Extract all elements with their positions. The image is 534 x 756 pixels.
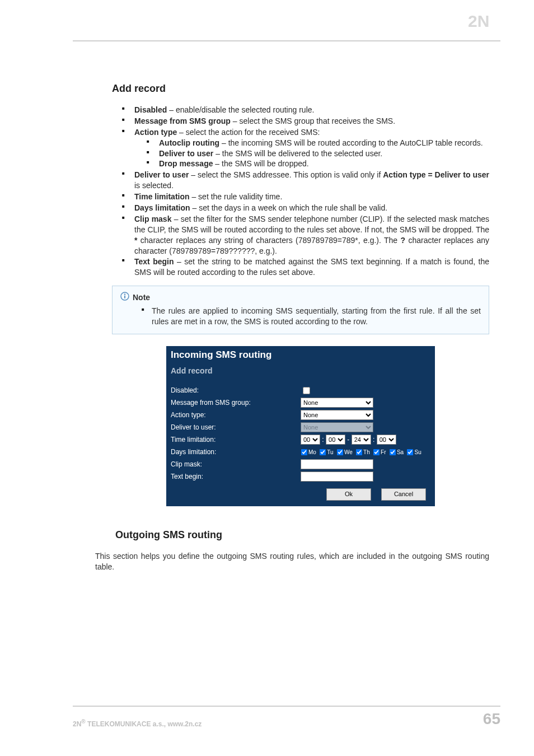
ok-button[interactable]: Ok	[326, 488, 371, 501]
note-title: Note	[133, 293, 150, 302]
clipmask-input[interactable]	[301, 459, 373, 469]
disabled-checkbox[interactable]	[303, 387, 310, 394]
brand-logo: 2N	[468, 10, 500, 34]
colon: :	[320, 436, 326, 444]
bullet-autoclip: Autoclip routing – the incoming SMS will…	[157, 138, 489, 148]
bullet-clip-mask: Clip mask – set the filter for the SMS s…	[132, 214, 489, 256]
time-h2-select[interactable]: 24	[352, 435, 371, 445]
bullet-message-group: Message from SMS group – select the SMS …	[132, 116, 489, 127]
label-dayslim: Days limitation:	[171, 448, 301, 456]
form-title: Incoming SMS routing	[171, 349, 430, 361]
day-fr-checkbox[interactable]	[373, 449, 380, 455]
info-icon	[120, 292, 129, 302]
header-divider	[73, 40, 500, 41]
msggrp-select[interactable]: None	[301, 398, 373, 408]
bullet-deliver-to-user: Deliver to user – select the SMS address…	[132, 170, 489, 191]
bullet-time-limitation: Time limitation – set the rule validity …	[132, 192, 489, 202]
dash: -	[347, 436, 351, 444]
form-screenshot: Incoming SMS routing Add record Disabled…	[166, 346, 435, 507]
footer-left: 2N® TELEKOMUNIKACE a.s., www.2n.cz	[73, 718, 202, 728]
bullet-disabled: Disabled – enable/disable the selected r…	[132, 105, 489, 115]
bullet-list: Disabled – enable/disable the selected r…	[112, 105, 489, 278]
bullet-deliver-sub: Deliver to user – the SMS will be delive…	[157, 148, 489, 159]
section-title-outgoing: Outgoing SMS routing	[115, 529, 489, 541]
svg-text:2N: 2N	[468, 12, 489, 30]
footer-page-number: 65	[483, 710, 500, 728]
time-m2-select[interactable]: 00	[377, 435, 396, 445]
page-footer: 2N® TELEKOMUNIKACE a.s., www.2n.cz 65	[73, 706, 500, 728]
days-row: Mo Tu We Th Fr Sa Su	[301, 448, 430, 456]
note-box: Note The rules are applied to incoming S…	[112, 286, 489, 334]
svg-rect-4	[124, 296, 125, 299]
label-atype: Action type:	[171, 411, 301, 419]
label-msggrp: Message from SMS group:	[171, 399, 301, 407]
bullet-text-begin: Text begin – set the string to be matche…	[132, 256, 489, 278]
colon2: :	[371, 436, 377, 444]
day-we-checkbox[interactable]	[337, 449, 343, 455]
day-mo-checkbox[interactable]	[301, 449, 307, 455]
cancel-button[interactable]: Cancel	[381, 488, 426, 501]
atype-select[interactable]: None	[301, 410, 373, 420]
bullet-action-type: Action type – select the action for the …	[132, 127, 489, 170]
day-sa-checkbox[interactable]	[390, 449, 396, 455]
label-deliver: Deliver to user:	[171, 423, 301, 431]
label-clipmask: Clip mask:	[171, 460, 301, 468]
time-h1-select[interactable]: 00	[301, 435, 320, 445]
label-disabled: Disabled:	[171, 386, 301, 394]
time-controls: 00 : 00 - 24 : 00	[301, 435, 430, 445]
label-timelim: Time limitation:	[171, 436, 301, 444]
bullet-drop-message: Drop message – the SMS will be dropped.	[157, 158, 489, 169]
textbegin-input[interactable]	[301, 472, 373, 482]
outgoing-text: This section helps you define the outgoi…	[95, 551, 489, 572]
time-m1-select[interactable]: 00	[326, 435, 345, 445]
day-su-checkbox[interactable]	[407, 449, 413, 455]
svg-point-3	[124, 294, 125, 295]
label-textbegin: Text begin:	[171, 473, 301, 480]
section-title-add-record: Add record	[112, 83, 489, 95]
form-subtitle: Add record	[171, 366, 430, 375]
day-th-checkbox[interactable]	[356, 449, 362, 455]
day-tu-checkbox[interactable]	[320, 449, 326, 455]
note-text: The rules are applied to incoming SMS se…	[152, 306, 481, 327]
bullet-days-limitation: Days limitation – set the days in a week…	[132, 203, 489, 213]
main-content: Add record Disabled – enable/disable the…	[112, 73, 489, 572]
deliver-select[interactable]: None	[301, 422, 373, 432]
